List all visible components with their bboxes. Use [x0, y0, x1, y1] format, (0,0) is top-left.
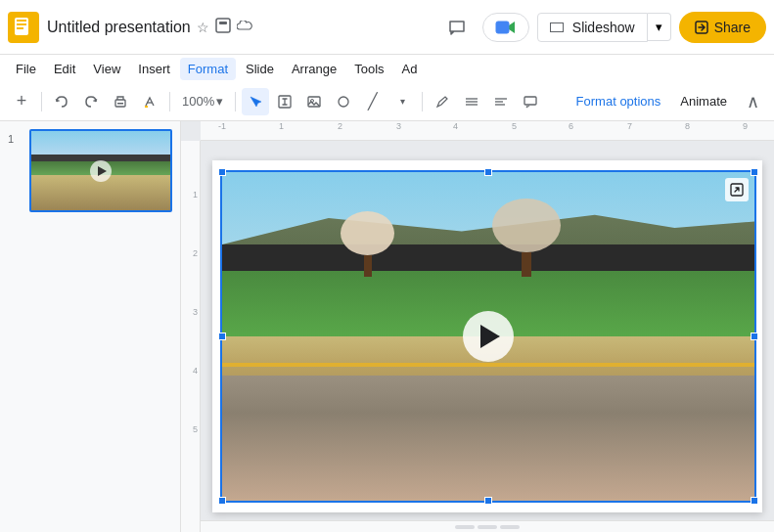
title-area: Untitled presentation ☆	[47, 18, 439, 36]
comment-toolbar-button[interactable]	[517, 88, 544, 115]
scroll-dot	[500, 525, 520, 529]
menu-slide[interactable]: Slide	[238, 58, 282, 80]
svg-rect-3	[17, 23, 26, 25]
svg-point-17	[339, 97, 348, 107]
menu-format[interactable]: Format	[180, 58, 236, 80]
toolbar-separator-1	[41, 92, 42, 111]
play-triangle-icon	[480, 325, 500, 348]
ruler-mark: 2	[338, 121, 342, 131]
svg-rect-4	[17, 27, 23, 29]
slide-canvas	[201, 141, 774, 532]
svg-rect-13	[145, 106, 148, 108]
comments-button[interactable]	[439, 10, 475, 45]
header-right: Slideshow ▾ Share	[439, 10, 766, 45]
slideshow-dropdown-button[interactable]: ▾	[648, 13, 671, 41]
slide-frame	[212, 160, 762, 512]
menu-tools[interactable]: Tools	[346, 58, 391, 80]
ruler-mark: 1	[279, 121, 284, 131]
distribute-button[interactable]	[487, 88, 515, 115]
line-dropdown-button[interactable]: ▾	[388, 88, 416, 115]
app-icon	[8, 12, 39, 43]
drive-icon[interactable]	[215, 18, 231, 36]
textbox-button[interactable]	[271, 88, 298, 115]
format-paint-button[interactable]	[136, 88, 163, 115]
menu-addons[interactable]: Ad	[394, 58, 426, 80]
svg-marker-8	[509, 22, 515, 33]
canvas-area: -1 1 2 3 4 5 6 7 8 9 1 2 3 4 5	[181, 121, 774, 532]
ruler-mark: 9	[743, 121, 748, 131]
cloud-icon[interactable]	[237, 20, 252, 35]
cursor-tool-button[interactable]	[242, 88, 269, 115]
slide-item[interactable]: 1	[8, 129, 172, 212]
print-button[interactable]	[107, 88, 134, 115]
svg-rect-24	[524, 97, 536, 105]
ruler-mark: -1	[218, 121, 226, 131]
menu-edit[interactable]: Edit	[46, 58, 83, 80]
bottom-scrollbar[interactable]	[201, 520, 774, 532]
menu-insert[interactable]: Insert	[130, 58, 178, 80]
svg-rect-2	[17, 20, 26, 22]
image-button[interactable]	[300, 88, 328, 115]
play-button[interactable]	[463, 311, 514, 362]
redo-button[interactable]	[77, 88, 105, 115]
scroll-dot	[455, 525, 475, 529]
collapse-toolbar-button[interactable]: ∧	[739, 88, 766, 115]
handle-top-left[interactable]	[218, 168, 226, 176]
shape-button[interactable]	[330, 88, 357, 115]
ruler-mark: 4	[453, 121, 458, 131]
svg-rect-6	[219, 22, 227, 24]
scroll-indicator	[455, 525, 520, 529]
ruler-top: -1 1 2 3 4 5 6 7 8 9	[201, 121, 774, 141]
slide-panel: 1	[0, 121, 181, 532]
ruler-mark: 5	[193, 424, 198, 434]
ruler-mark: 7	[627, 121, 632, 131]
ruler-mark: 3	[193, 307, 198, 317]
handle-middle-right[interactable]	[751, 332, 758, 340]
align-button[interactable]	[458, 88, 485, 115]
video-element[interactable]	[220, 170, 756, 503]
undo-button[interactable]	[48, 88, 75, 115]
share-button[interactable]: Share	[679, 12, 766, 43]
edit-button[interactable]	[429, 88, 456, 115]
slide-number: 1	[8, 133, 23, 145]
slideshow-button[interactable]: Slideshow	[537, 13, 648, 42]
share-label: Share	[714, 20, 751, 35]
handle-bottom-left[interactable]	[218, 497, 226, 505]
svg-rect-7	[496, 22, 509, 33]
menubar: File Edit View Insert Format Slide Arran…	[0, 55, 774, 82]
open-icon[interactable]	[725, 178, 749, 201]
handle-bottom-center[interactable]	[484, 497, 492, 505]
zoom-dropdown-icon: ▾	[216, 94, 223, 109]
menu-file[interactable]: File	[8, 58, 44, 80]
slideshow-label: Slideshow	[572, 20, 635, 35]
ruler-mark: 5	[512, 121, 517, 131]
toolbar-separator-3	[235, 92, 236, 111]
header: Untitled presentation ☆	[0, 0, 774, 55]
meet-button[interactable]	[482, 13, 529, 42]
handle-top-right[interactable]	[751, 168, 758, 176]
handle-middle-left[interactable]	[218, 332, 226, 340]
context-toolbar: Format options Animate ∧	[569, 88, 766, 115]
add-button[interactable]: +	[8, 88, 35, 115]
slide-thumbnail[interactable]	[29, 129, 172, 212]
doc-title: Untitled presentation	[47, 19, 191, 36]
ruler-mark: 3	[396, 121, 401, 131]
svg-rect-12	[117, 103, 123, 105]
menu-view[interactable]: View	[85, 58, 128, 80]
zoom-selector[interactable]: 100% ▾	[176, 90, 229, 112]
ruler-mark: 4	[193, 366, 198, 376]
toolbar-separator-4	[422, 92, 423, 111]
svg-rect-5	[216, 19, 230, 32]
handle-bottom-right[interactable]	[751, 497, 758, 505]
format-options-button[interactable]: Format options	[569, 90, 669, 112]
menu-arrange[interactable]: Arrange	[284, 58, 344, 80]
main-area: 1 -1 1 2	[0, 121, 774, 532]
star-icon[interactable]: ☆	[197, 20, 209, 35]
animate-button[interactable]: Animate	[672, 90, 735, 112]
toolbar: + 100% ▾ ╱ ▾ Format options	[0, 82, 774, 121]
handle-top-center[interactable]	[484, 168, 492, 176]
line-button[interactable]: ╱	[359, 88, 387, 115]
scroll-dot	[478, 525, 497, 529]
ruler-left: 1 2 3 4 5	[181, 141, 201, 532]
ruler-mark: 1	[193, 190, 198, 200]
